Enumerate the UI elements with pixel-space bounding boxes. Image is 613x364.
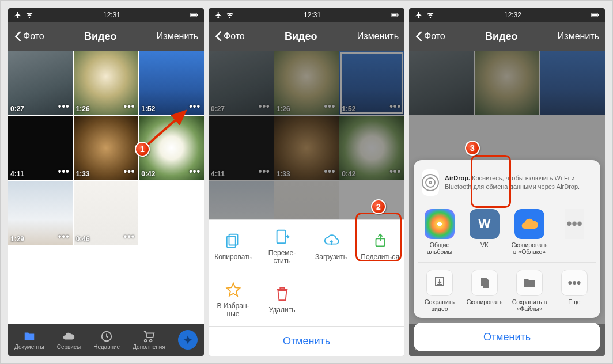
screen-1: 12:31 Фото Видео Изменить 0:27••• 1:26••… xyxy=(8,8,204,356)
sheet-move[interactable]: Переме- стить xyxy=(258,220,306,273)
sheet-share[interactable]: Поделиться xyxy=(355,220,404,273)
cart-icon xyxy=(143,330,156,343)
grid-empty xyxy=(139,181,204,245)
share-app-vk[interactable]: W VK xyxy=(463,209,506,255)
nav-bar: Фото Видео Изменить xyxy=(209,22,404,51)
back-button[interactable]: Фото xyxy=(214,31,245,41)
tab-recent[interactable]: Недавние xyxy=(93,330,120,350)
share-sheet: AirDrop. Коснитесь, чтобы включить Wi-Fi… xyxy=(414,160,600,351)
share-app-cloud[interactable]: Скопировать в «Облако» xyxy=(508,209,551,255)
tab-label: Документы xyxy=(14,344,44,350)
sheet-cancel-button[interactable]: Отменить xyxy=(209,326,404,356)
airplane-mode-icon xyxy=(415,11,423,19)
duration: 0:46 xyxy=(76,235,90,243)
more-icon[interactable]: ••• xyxy=(124,166,135,177)
video-thumb[interactable]: 1:26••• xyxy=(74,51,139,115)
photos-icon xyxy=(425,209,455,239)
triptych: 12:31 Фото Видео Изменить 0:27••• 1:26••… xyxy=(3,5,610,359)
svg-rect-1 xyxy=(191,14,196,16)
tab-addons[interactable]: Дополнения xyxy=(133,330,165,350)
video-thumb[interactable]: 1:33••• xyxy=(74,116,139,180)
share-app-more[interactable]: ••• xyxy=(553,209,596,255)
video-thumb[interactable]: 4:11••• xyxy=(8,116,73,180)
duration: 0:42 xyxy=(141,170,155,178)
duration: 0:27 xyxy=(10,105,24,113)
back-button[interactable]: Фото xyxy=(415,31,445,41)
tab-browser[interactable] xyxy=(178,330,198,350)
share-actions-row: Сохранить видео Скопировать Сохранить в … xyxy=(418,262,596,312)
tab-bar: Документы Сервисы Недавние Дополнения xyxy=(8,324,204,356)
back-label: Фото xyxy=(424,31,445,41)
clock: 12:32 xyxy=(504,11,521,19)
callout-badge-2: 2 xyxy=(371,199,386,214)
chevron-left-icon xyxy=(14,31,22,41)
cloud-app-icon xyxy=(514,209,544,239)
star-icon xyxy=(225,281,242,298)
edit-button[interactable]: Изменить xyxy=(558,31,599,41)
battery-icon xyxy=(190,11,198,19)
status-bar: 12:31 xyxy=(209,8,404,22)
status-bar: 12:32 xyxy=(409,8,605,22)
wifi-icon xyxy=(226,11,234,19)
more-icon[interactable]: ••• xyxy=(58,101,70,112)
edit-button[interactable]: Изменить xyxy=(157,31,198,41)
clock: 12:31 xyxy=(304,11,321,19)
folder-icon xyxy=(23,330,36,343)
action-save-video[interactable]: Сохранить видео xyxy=(418,270,461,312)
clock: 12:31 xyxy=(103,11,120,19)
vk-icon: W xyxy=(470,209,500,239)
screen-3: 12:32 Фото Видео Изменить Документы Серв… xyxy=(409,8,605,356)
share-app-photos[interactable]: Общие альбомы xyxy=(418,209,461,255)
video-thumb[interactable]: 0:27••• xyxy=(8,51,73,115)
app-label: VK xyxy=(480,241,489,248)
video-thumb[interactable]: 0:46••• xyxy=(74,181,139,245)
airplane-mode-icon xyxy=(14,11,22,19)
wifi-icon xyxy=(25,11,33,19)
action-label: Скопировать xyxy=(467,298,503,305)
sheet-label: Удалить xyxy=(269,306,296,314)
more-icon[interactable]: ••• xyxy=(58,232,70,242)
edit-button[interactable]: Изменить xyxy=(357,31,399,41)
callout-badge-1: 1 xyxy=(135,142,150,157)
airdrop-row[interactable]: AirDrop. Коснитесь, чтобы включить Wi-Fi… xyxy=(418,166,596,203)
video-thumb[interactable]: 1:52••• xyxy=(139,51,204,115)
video-grid[interactable]: 0:27••• 1:26••• 1:52••• 4:11••• 1:33••• … xyxy=(8,51,204,324)
back-label: Фото xyxy=(224,31,245,41)
callout-badge-3: 3 xyxy=(465,141,480,156)
back-label: Фото xyxy=(23,31,44,41)
more-icon[interactable]: ••• xyxy=(58,166,70,177)
share-cancel-button[interactable]: Отменить xyxy=(414,323,600,351)
nav-bar: Фото Видео Изменить xyxy=(8,22,204,51)
sheet-favorite[interactable]: В Избран- ные xyxy=(209,273,258,326)
tab-services[interactable]: Сервисы xyxy=(57,330,81,350)
duration: 1:26 xyxy=(76,105,90,113)
screen-2: 12:31 Фото Видео Изменить 0:27••• 1:26••… xyxy=(209,8,404,356)
tab-label: Сервисы xyxy=(57,344,81,350)
app-label: Скопировать в «Облако» xyxy=(512,241,548,255)
status-bar: 12:31 xyxy=(8,8,204,22)
sheet-copy[interactable]: Копировать xyxy=(209,220,258,273)
action-copy[interactable]: Скопировать xyxy=(463,270,506,312)
sheet-label: Загрузить xyxy=(315,253,347,261)
sheet-upload[interactable]: Загрузить xyxy=(306,220,355,273)
more-icon[interactable]: ••• xyxy=(189,166,200,177)
tab-documents[interactable]: Документы xyxy=(14,330,44,350)
back-button[interactable]: Фото xyxy=(14,31,44,41)
share-icon xyxy=(372,232,389,249)
share-apps-row: Общие альбомы W VK Скопировать в «Облако… xyxy=(418,209,596,255)
airdrop-text: AirDrop. Коснитесь, чтобы включить Wi-Fi… xyxy=(445,174,592,191)
action-save-files[interactable]: Сохранить в «Файлы» xyxy=(508,270,551,312)
more-icon[interactable]: ••• xyxy=(124,232,135,242)
more-icon[interactable]: ••• xyxy=(189,101,200,112)
svg-rect-2 xyxy=(197,14,198,16)
action-more[interactable]: ••• Еще xyxy=(553,270,596,312)
app-label: Общие альбомы xyxy=(427,241,452,255)
copy-icon xyxy=(225,232,242,249)
copy-docs-icon xyxy=(478,276,491,290)
sheet-empty xyxy=(355,273,404,326)
duration: 1:52 xyxy=(141,105,155,113)
battery-icon xyxy=(591,11,599,19)
video-thumb[interactable]: 1:29••• xyxy=(8,181,73,245)
sheet-delete[interactable]: Удалить xyxy=(258,273,306,326)
more-icon[interactable]: ••• xyxy=(124,101,135,112)
